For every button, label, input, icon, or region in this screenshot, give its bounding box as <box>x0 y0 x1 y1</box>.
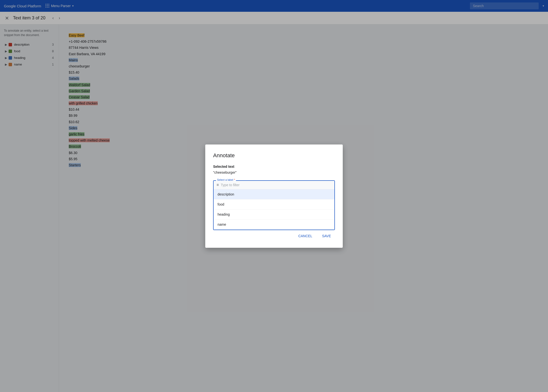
required-star: * <box>234 178 235 181</box>
selected-text-label: Selected text <box>213 165 335 169</box>
label-select-field[interactable]: Select a label * ≡ description food head… <box>213 180 335 230</box>
dropdown-item-name[interactable]: name <box>214 220 334 230</box>
cancel-button[interactable]: CANCEL <box>294 232 316 240</box>
save-button[interactable]: SAVE <box>318 232 335 240</box>
dropdown-item-food[interactable]: food <box>214 199 334 209</box>
dialog-overlay: Annotate Selected text "cheeseburger" Se… <box>0 0 548 392</box>
dialog-actions: CANCEL SAVE <box>213 230 335 240</box>
filter-input[interactable] <box>221 183 331 187</box>
filter-icon: ≡ <box>217 183 219 187</box>
filter-row: ≡ <box>214 181 334 189</box>
annotate-dialog: Annotate Selected text "cheeseburger" Se… <box>205 144 343 248</box>
dropdown-list: description food heading name <box>214 189 334 230</box>
dialog-title: Annotate <box>213 152 335 159</box>
dropdown-item-heading[interactable]: heading <box>214 209 334 220</box>
label-legend: Select a label * <box>216 178 236 181</box>
selected-text-value: "cheeseburger" <box>213 170 335 174</box>
dropdown-item-description[interactable]: description <box>214 189 334 199</box>
